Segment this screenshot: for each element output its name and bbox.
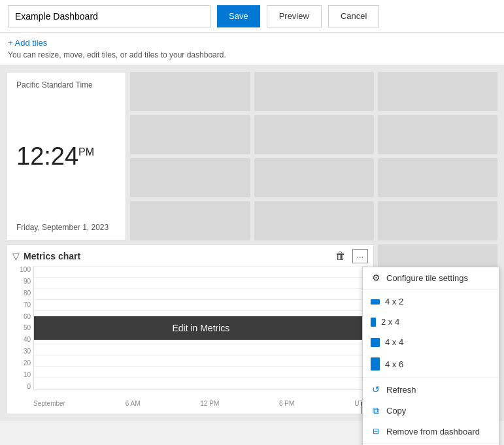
menu-item-size-4x2[interactable]: 4 x 2 xyxy=(363,291,499,312)
size-tile-icon xyxy=(371,318,376,327)
metrics-header: ▽ Metrics chart 🗑 ··· xyxy=(12,249,368,263)
menu-item-remove[interactable]: ⊟ Remove from dashboard xyxy=(363,421,499,442)
clock-time: 12:24PM xyxy=(16,142,116,171)
chart-xaxis: September 6 AM 12 PM 6 PM UTC xyxy=(33,397,368,410)
ghost-tile xyxy=(254,72,374,111)
menu-item-copy-label: Copy xyxy=(386,406,406,416)
context-menu: ⚙ Configure tile settings 4 x 2 2 x 4 4 … xyxy=(362,267,499,445)
clock-tile: Pacific Standard Time 12:24PM Friday, Se… xyxy=(7,72,126,240)
ghost-tile xyxy=(254,201,374,240)
menu-item-size-4x4[interactable]: 4 x 4 xyxy=(363,332,499,352)
ghost-tile xyxy=(378,72,497,111)
metrics-tile: ▽ Metrics chart 🗑 ··· 100 90 80 xyxy=(7,244,374,414)
size-tile-icon xyxy=(371,357,380,371)
remove-icon: ⊟ xyxy=(371,426,381,437)
metrics-actions: 🗑 ··· xyxy=(333,249,368,263)
menu-item-size-4x6[interactable]: 4 x 6 xyxy=(363,352,499,376)
menu-item-size-2x4[interactable]: 2 x 4 xyxy=(363,312,499,332)
funnel-icon: ▽ xyxy=(12,251,20,261)
menu-item-configure-label: Configure tile settings xyxy=(386,273,468,283)
add-tiles-button[interactable]: + Add tiles xyxy=(8,38,496,48)
preview-button[interactable]: Preview xyxy=(267,5,322,27)
chart-body: Edit in Metrics xyxy=(33,266,368,390)
ghost-tile xyxy=(254,158,374,197)
ghost-tile xyxy=(130,201,250,240)
chart-yaxis: 100 90 80 70 60 50 40 30 20 10 0 xyxy=(12,266,31,390)
clock-date: Friday, September 1, 2023 xyxy=(16,223,116,232)
menu-item-size-4x4-label: 4 x 4 xyxy=(385,337,403,347)
ghost-tile xyxy=(254,115,374,154)
more-options-button[interactable]: ··· xyxy=(352,249,368,263)
main-content: + Add tiles You can resize, move, edit t… xyxy=(0,33,504,445)
metrics-title-row: ▽ Metrics chart xyxy=(12,251,80,261)
refresh-icon: ↺ xyxy=(371,384,381,395)
copy-icon: ⧉ xyxy=(371,405,381,416)
delete-tile-button[interactable]: 🗑 xyxy=(333,249,348,263)
ghost-tile xyxy=(378,158,497,197)
menu-item-refresh-label: Refresh xyxy=(386,385,416,395)
ghost-tile xyxy=(130,158,250,197)
metrics-title: Metrics chart xyxy=(24,251,80,261)
menu-item-size-4x2-label: 4 x 2 xyxy=(385,297,403,306)
menu-item-configure[interactable]: ⚙ Configure tile settings xyxy=(363,267,499,288)
edit-in-metrics-bar[interactable]: Edit in Metrics xyxy=(34,316,368,340)
ghost-tile xyxy=(378,115,497,154)
toolbar: + Add tiles You can resize, move, edit t… xyxy=(0,33,504,65)
dashboard-wrapper: Pacific Standard Time 12:24PM Friday, Se… xyxy=(0,65,504,445)
menu-item-size-2x4-label: 2 x 4 xyxy=(381,317,399,327)
cancel-button[interactable]: Cancel xyxy=(328,5,379,27)
chart-area: 100 90 80 70 60 50 40 30 20 10 0 xyxy=(12,266,368,410)
gear-icon: ⚙ xyxy=(371,272,381,283)
menu-item-copy[interactable]: ⧉ Copy xyxy=(363,400,499,421)
clock-timezone: Pacific Standard Time xyxy=(16,80,116,90)
dashboard-title-input[interactable] xyxy=(8,5,210,27)
ghost-tile xyxy=(130,115,250,154)
header: Save Preview Cancel xyxy=(0,0,504,33)
menu-item-size-4x6-label: 4 x 6 xyxy=(385,359,403,369)
ghost-tile xyxy=(130,72,250,111)
ghost-tile xyxy=(378,201,497,240)
size-tile-icon xyxy=(371,299,380,305)
hint-text: You can resize, move, edit tiles, or add… xyxy=(8,50,496,59)
menu-item-remove-label: Remove from dashboard xyxy=(386,427,480,437)
size-tile-icon xyxy=(371,338,380,347)
menu-item-refresh[interactable]: ↺ Refresh xyxy=(363,379,499,400)
save-button[interactable]: Save xyxy=(217,5,260,27)
